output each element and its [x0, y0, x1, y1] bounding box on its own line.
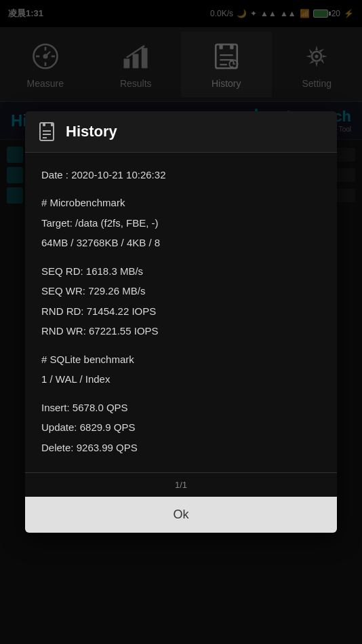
rnd-rd: RND RD: 71454.22 IOPS: [41, 303, 321, 320]
rnd-wr: RND WR: 67221.55 IOPS: [41, 322, 321, 340]
delete-line: Delete: 9263.99 QPS: [41, 439, 321, 457]
dialog-body: Date : 2020-10-21 10:26:32 # Microbenchm…: [25, 153, 337, 473]
update-line: Update: 6829.9 QPS: [41, 419, 321, 436]
microbenchmark-header: # Microbenchmark: [41, 194, 321, 212]
dialog-pagination: 1/1: [25, 472, 337, 497]
date-line: Date : 2020-10-21 10:26:32: [41, 166, 321, 184]
sqlite-config: 1 / WAL / Index: [41, 371, 321, 388]
modal-overlay: History Date : 2020-10-21 10:26:32 # Mic…: [0, 0, 362, 644]
insert-line: Insert: 5678.0 QPS: [41, 399, 321, 417]
target-line: Target: /data (f2fs, FBE, -): [41, 214, 321, 232]
seq-rd: SEQ RD: 1618.3 MB/s: [41, 263, 321, 280]
svg-rect-26: [43, 123, 45, 126]
seq-wr: SEQ WR: 729.26 MB/s: [41, 282, 321, 300]
ok-button[interactable]: Ok: [157, 505, 205, 525]
size-line: 64MB / 32768KB / 4KB / 8: [41, 234, 321, 252]
dialog-history-icon: [39, 122, 58, 141]
svg-rect-27: [51, 123, 54, 126]
dialog-button-bar: Ok: [25, 497, 337, 533]
dialog-title-text: History: [66, 123, 117, 140]
sqlite-header: # SQLite benchmark: [41, 351, 321, 368]
dialog-title-bar: History: [25, 111, 337, 153]
history-dialog: History Date : 2020-10-21 10:26:32 # Mic…: [25, 111, 337, 533]
